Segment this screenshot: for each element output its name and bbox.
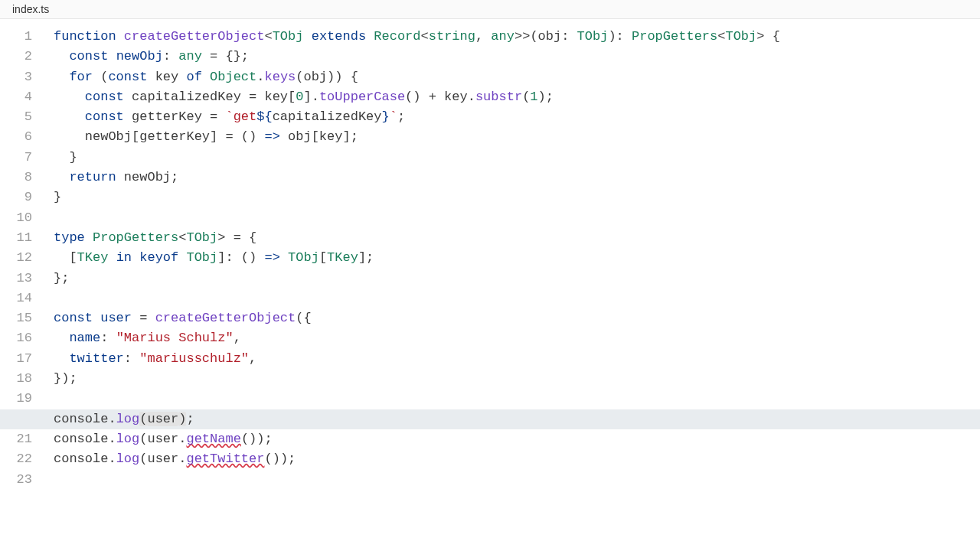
- keyword: const: [54, 311, 93, 325]
- code-line[interactable]: }: [54, 187, 980, 207]
- line-number: 21: [0, 429, 32, 449]
- line-number: 4: [0, 87, 32, 107]
- code-line-active[interactable]: console.log(user);: [0, 409, 980, 429]
- tab-filename[interactable]: index.ts: [12, 3, 49, 15]
- type: any: [491, 29, 514, 44]
- code-line[interactable]: [TKey in keyof TObj]: () => TObj[TKey];: [54, 248, 980, 268]
- method-error: getName: [186, 432, 240, 446]
- type: TObj: [186, 230, 217, 245]
- string: "mariusschulz": [139, 351, 249, 366]
- type: TObj: [725, 29, 756, 44]
- line-number: 2: [0, 47, 32, 67]
- code-line[interactable]: twitter: "mariusschulz",: [54, 349, 980, 369]
- code-line[interactable]: };: [54, 269, 980, 289]
- type: TObj: [577, 29, 609, 44]
- code-line[interactable]: [54, 389, 980, 409]
- keyword: keyof: [139, 250, 178, 265]
- type: any: [178, 49, 202, 64]
- code-line[interactable]: name: "Marius Schulz",: [54, 328, 980, 348]
- line-number: 10: [0, 208, 32, 228]
- code-line[interactable]: console.log(user.getTwitter());: [54, 449, 980, 469]
- line-number: 23: [0, 470, 32, 490]
- line-number: 15: [0, 308, 32, 328]
- type: string: [429, 29, 475, 44]
- line-number: 11: [0, 228, 32, 248]
- line-number: 7: [0, 148, 32, 168]
- tab-bar: index.ts: [0, 0, 980, 19]
- bracket-highlight: ): [178, 412, 186, 426]
- keyword: extends: [312, 29, 366, 44]
- string: "Marius Schulz": [116, 331, 234, 345]
- keyword: of: [186, 70, 201, 84]
- code-line[interactable]: const capitalizedKey = key[0].toUpperCas…: [54, 87, 980, 107]
- code-line[interactable]: [54, 289, 980, 308]
- string: get: [234, 109, 257, 124]
- line-number: 6: [0, 127, 32, 147]
- line-number: 17: [0, 349, 32, 369]
- code-line[interactable]: });: [54, 369, 980, 389]
- code-area[interactable]: function createGetterObject<TObj extends…: [54, 27, 980, 490]
- method-error: getTwitter: [186, 452, 264, 466]
- code-line[interactable]: console.log(user.getName());: [54, 429, 980, 449]
- method: log: [116, 412, 140, 426]
- code-line[interactable]: }: [54, 148, 980, 168]
- keyword: return: [69, 170, 116, 184]
- type: Record: [374, 29, 420, 44]
- function-name: createGetterObject: [124, 29, 265, 44]
- method: log: [116, 452, 140, 466]
- code-line[interactable]: [54, 208, 980, 228]
- type: PropGetters: [632, 29, 717, 44]
- code-line[interactable]: const user = createGetterObject({: [54, 308, 980, 328]
- code-line[interactable]: [54, 470, 980, 490]
- keyword: type: [54, 230, 85, 245]
- property-key: twitter: [69, 351, 123, 366]
- method: toUpperCase: [319, 90, 405, 104]
- code-line[interactable]: type PropGetters<TObj> = {: [54, 228, 980, 248]
- keyword: in: [116, 250, 132, 265]
- code-line[interactable]: return newObj;: [54, 168, 980, 187]
- line-number: 18: [0, 369, 32, 389]
- keyword: function: [54, 29, 116, 44]
- type: TObj: [273, 29, 304, 44]
- property-key: name: [69, 331, 100, 345]
- keyword: for: [69, 70, 93, 84]
- bracket-highlight: (: [139, 412, 147, 426]
- type: PropGetters: [93, 230, 178, 245]
- line-number: 13: [0, 269, 32, 289]
- type: TObj: [186, 250, 217, 265]
- keyword: const: [85, 109, 124, 124]
- method: keys: [264, 70, 296, 84]
- code-editor[interactable]: 1234567891011121314151617181920212223 fu…: [0, 19, 980, 490]
- keyword: const: [85, 90, 124, 104]
- line-number: 12: [0, 248, 32, 268]
- type: TObj: [288, 250, 319, 265]
- line-number: 16: [0, 328, 32, 348]
- line-number: 1: [0, 27, 32, 47]
- line-number: 22: [0, 449, 32, 469]
- code-line[interactable]: const newObj: any = {};: [54, 47, 980, 67]
- line-number: 19: [0, 389, 32, 409]
- line-number: 9: [0, 187, 32, 207]
- method: log: [116, 432, 140, 446]
- line-number: 14: [0, 289, 32, 308]
- method: substr: [475, 90, 522, 104]
- word-highlight: user: [147, 412, 178, 426]
- code-line[interactable]: const getterKey = `get${capitalizedKey}`…: [54, 107, 980, 127]
- code-line[interactable]: for (const key of Object.keys(obj)) {: [54, 67, 980, 87]
- type: TKey: [77, 250, 109, 265]
- code-line[interactable]: function createGetterObject<TObj extends…: [54, 27, 980, 47]
- line-number: 8: [0, 168, 32, 187]
- line-number: 3: [0, 67, 32, 87]
- number: 0: [296, 90, 303, 104]
- type: TKey: [327, 250, 358, 265]
- number: 1: [530, 90, 537, 104]
- keyword: const: [108, 70, 147, 84]
- keyword: const: [69, 49, 108, 64]
- function-call: createGetterObject: [155, 311, 296, 325]
- code-line[interactable]: newObj[getterKey] = () => obj[key];: [54, 127, 980, 147]
- line-number: 5: [0, 107, 32, 127]
